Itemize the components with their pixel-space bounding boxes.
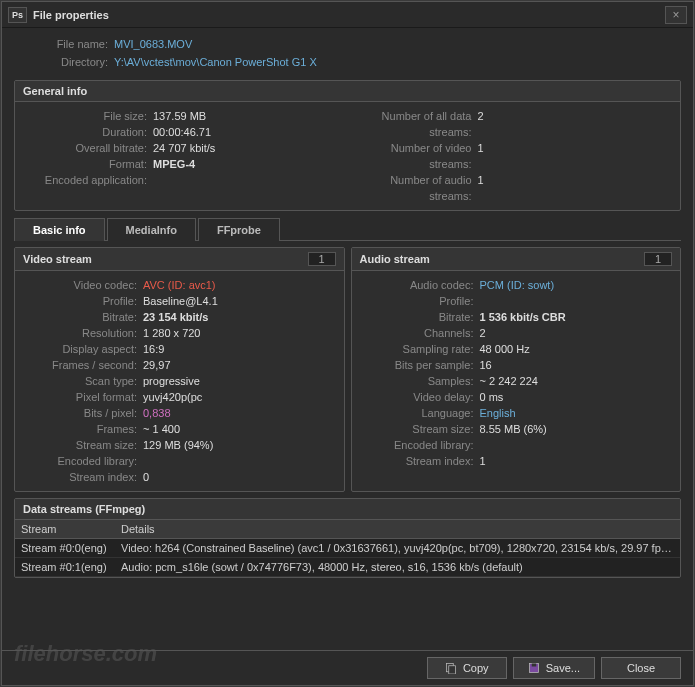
directory-label: Directory: — [14, 54, 114, 70]
audio-label: Samples: — [360, 373, 480, 389]
col-details: Details — [115, 520, 680, 539]
video-row: Bits / pixel:0,838 — [23, 405, 336, 421]
copy-icon — [445, 662, 457, 674]
video-row: Display aspect:16:9 — [23, 341, 336, 357]
col-stream: Stream — [15, 520, 115, 539]
general-value — [153, 172, 273, 188]
footer: filehorse.com Copy Save... Close — [2, 650, 693, 685]
data-stream-row[interactable]: Stream #0:0(eng)Video: h264 (Constrained… — [15, 539, 680, 558]
window-close-button[interactable]: × — [665, 6, 687, 24]
video-row: Bitrate:23 154 kbit/s — [23, 309, 336, 325]
general-label: Number of video streams: — [348, 140, 478, 172]
general-label: Duration: — [23, 124, 153, 140]
video-value: AVC (ID: avc1) — [143, 277, 216, 293]
video-value: ~ 1 400 — [143, 421, 180, 437]
audio-row: Bits per sample:16 — [360, 357, 673, 373]
video-label: Stream size: — [23, 437, 143, 453]
tab-basic-info[interactable]: Basic info — [14, 218, 105, 241]
general-value: 2 — [478, 108, 598, 140]
general-row: Overall bitrate:24 707 kbit/s — [23, 140, 348, 156]
video-value: 129 MB (94%) — [143, 437, 213, 453]
file-properties-window: Ps File properties × File name: MVI_0683… — [1, 1, 694, 686]
data-streams-title: Data streams (FFmpeg) — [15, 499, 680, 520]
general-label: Number of audio streams: — [348, 172, 478, 204]
data-streams-group: Data streams (FFmpeg) Stream Details Str… — [14, 498, 681, 578]
general-label: File size: — [23, 108, 153, 124]
stream-details: Video: h264 (Constrained Baseline) (avc1… — [115, 539, 680, 558]
directory-value[interactable]: Y:\AV\vctest\mov\Canon PowerShot G1 X — [114, 54, 317, 70]
stream-id: Stream #0:0(eng) — [15, 539, 115, 558]
audio-label: Language: — [360, 405, 480, 421]
svg-rect-3 — [532, 664, 537, 667]
video-row: Video codec:AVC (ID: avc1) — [23, 277, 336, 293]
filename-value[interactable]: MVI_0683.MOV — [114, 36, 192, 52]
general-value: 1 — [478, 140, 598, 172]
video-row: Scan type:progressive — [23, 373, 336, 389]
stream-id: Stream #0:1(eng) — [15, 558, 115, 577]
video-row: Frames:~ 1 400 — [23, 421, 336, 437]
audio-row: Encoded library: — [360, 437, 673, 453]
video-value: 16:9 — [143, 341, 164, 357]
filename-label: File name: — [14, 36, 114, 52]
close-button[interactable]: Close — [601, 657, 681, 679]
video-value: yuvj420p(pc — [143, 389, 202, 405]
general-row: Number of all data streams:2 — [348, 108, 673, 140]
titlebar: Ps File properties × — [2, 2, 693, 28]
general-row: Encoded application: — [23, 172, 348, 188]
window-title: File properties — [33, 9, 665, 21]
stream-details: Audio: pcm_s16le (sowt / 0x74776F73), 48… — [115, 558, 680, 577]
general-info-title: General info — [15, 81, 680, 102]
video-label: Bitrate: — [23, 309, 143, 325]
tabs: Basic infoMediaInfoFFprobe — [14, 217, 681, 241]
general-row: Number of audio streams:1 — [348, 172, 673, 204]
video-label: Display aspect: — [23, 341, 143, 357]
video-row: Encoded library: — [23, 453, 336, 469]
audio-label: Stream size: — [360, 421, 480, 437]
audio-row: Sampling rate:48 000 Hz — [360, 341, 673, 357]
audio-value: 48 000 Hz — [480, 341, 530, 357]
audio-stream-index-selector[interactable]: 1 — [644, 252, 672, 266]
audio-value: English — [480, 405, 516, 421]
audio-row: Profile: — [360, 293, 673, 309]
general-label: Encoded application: — [23, 172, 153, 188]
video-stream-index-selector[interactable]: 1 — [308, 252, 336, 266]
audio-label: Video delay: — [360, 389, 480, 405]
data-stream-row[interactable]: Stream #0:1(eng)Audio: pcm_s16le (sowt /… — [15, 558, 680, 577]
audio-value: 8.55 MB (6%) — [480, 421, 547, 437]
audio-label: Channels: — [360, 325, 480, 341]
tab-ffprobe[interactable]: FFprobe — [198, 218, 280, 241]
general-row: File size:137.59 MB — [23, 108, 348, 124]
audio-row: Video delay:0 ms — [360, 389, 673, 405]
audio-row: Bitrate:1 536 kbit/s CBR — [360, 309, 673, 325]
audio-stream-title: Audio stream — [360, 253, 430, 265]
video-label: Profile: — [23, 293, 143, 309]
tab-mediainfo[interactable]: MediaInfo — [107, 218, 196, 241]
video-value: progressive — [143, 373, 200, 389]
general-value: MPEG-4 — [153, 156, 273, 172]
video-row: Stream size:129 MB (94%) — [23, 437, 336, 453]
audio-label: Sampling rate: — [360, 341, 480, 357]
video-label: Pixel format: — [23, 389, 143, 405]
video-label: Video codec: — [23, 277, 143, 293]
audio-label: Stream index: — [360, 453, 480, 469]
general-row: Format:MPEG-4 — [23, 156, 348, 172]
video-row: Frames / second:29,97 — [23, 357, 336, 373]
general-row: Number of video streams:1 — [348, 140, 673, 172]
video-value: 0,838 — [143, 405, 171, 421]
audio-row: Samples:~ 2 242 224 — [360, 373, 673, 389]
video-value: Baseline@L4.1 — [143, 293, 218, 309]
video-label: Resolution: — [23, 325, 143, 341]
app-icon: Ps — [8, 7, 27, 23]
svg-rect-1 — [449, 666, 456, 674]
audio-label: Profile: — [360, 293, 480, 309]
video-row: Resolution:1 280 x 720 — [23, 325, 336, 341]
audio-stream-group: Audio stream 1 Audio codec:PCM (ID: sowt… — [351, 247, 682, 492]
video-label: Frames / second: — [23, 357, 143, 373]
video-label: Bits / pixel: — [23, 405, 143, 421]
copy-button[interactable]: Copy — [427, 657, 507, 679]
general-value: 1 — [478, 172, 598, 204]
audio-row: Stream index:1 — [360, 453, 673, 469]
save-button[interactable]: Save... — [513, 657, 595, 679]
save-icon — [528, 662, 540, 674]
general-value: 24 707 kbit/s — [153, 140, 273, 156]
